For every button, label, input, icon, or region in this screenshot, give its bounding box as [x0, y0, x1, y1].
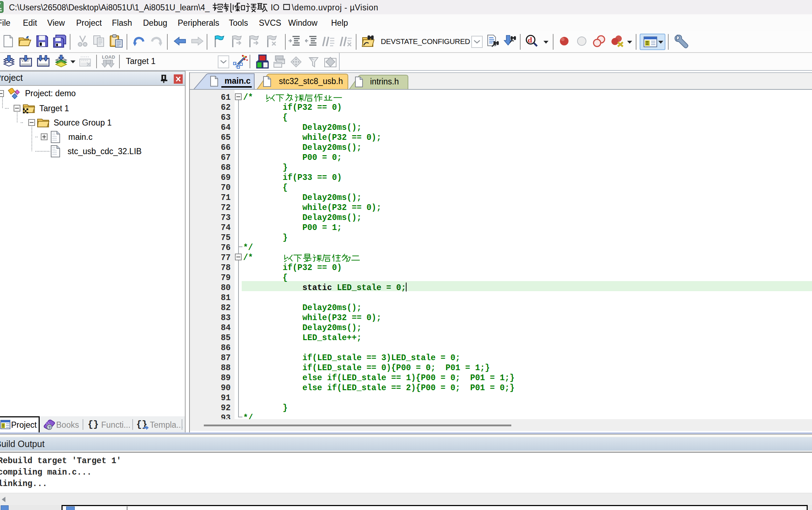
- svg-text:?: ?: [48, 425, 51, 430]
- svg-text:d: d: [528, 35, 532, 44]
- svg-text:LOAD: LOAD: [102, 54, 115, 60]
